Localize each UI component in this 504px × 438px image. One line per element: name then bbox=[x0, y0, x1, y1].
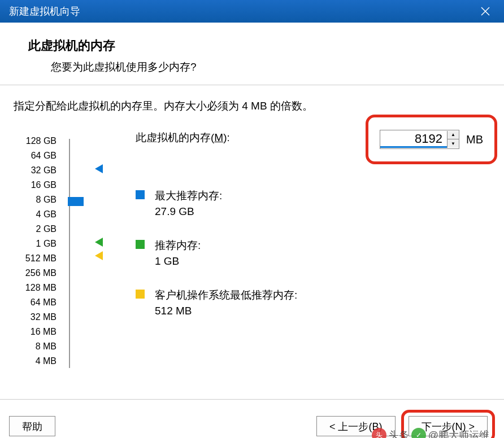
min-recommended-value: 512 MB bbox=[155, 303, 297, 319]
min-recommended-row: 客户机操作系统最低推荐内存: 512 MB bbox=[136, 287, 493, 319]
watermark-icon: 头 bbox=[372, 428, 386, 438]
max-recommended-row: 最大推荐内存: 27.9 GB bbox=[136, 188, 493, 220]
recommended-row: 推荐内存: 1 GB bbox=[136, 238, 493, 269]
tick-label: 16 GB bbox=[11, 178, 57, 192]
watermark-text2: @鹏大师运维 bbox=[428, 428, 489, 438]
max-marker-icon bbox=[95, 164, 103, 173]
memory-slider[interactable] bbox=[59, 130, 110, 369]
tick-label: 2 GB bbox=[11, 222, 57, 236]
tick-label: 128 MB bbox=[11, 281, 57, 295]
tick-label: 1 GB bbox=[11, 236, 57, 251]
watermark-text1: 头条 bbox=[389, 428, 409, 438]
memory-slider-labels: 128 GB 64 GB 32 GB 16 GB 8 GB 4 GB 2 GB … bbox=[11, 130, 57, 369]
help-button[interactable]: 帮助 bbox=[9, 416, 55, 436]
tick-label: 16 MB bbox=[11, 325, 57, 339]
tick-label: 256 MB bbox=[11, 266, 57, 281]
instruction-text: 指定分配给此虚拟机的内存里。内存大小必须为 4 MB 的倍数。 bbox=[11, 99, 493, 113]
green-square-icon bbox=[136, 240, 145, 249]
wizard-footer: 帮助 < 上一步(B) 下一步(N) > 头 头条 ✓ @鹏大师运维 bbox=[0, 399, 504, 438]
memory-info: 此虚拟机的内存(M): ▲ ▼ MB 最大推荐内存: bbox=[110, 130, 493, 369]
yellow-square-icon bbox=[136, 290, 145, 299]
recommended-marker-icon bbox=[95, 238, 103, 247]
tick-label: 8 MB bbox=[11, 339, 57, 354]
tick-label: 32 MB bbox=[11, 310, 57, 325]
recommended-value: 1 GB bbox=[155, 253, 201, 269]
page-title: 此虚拟机的内存 bbox=[28, 37, 476, 54]
slider-handle[interactable] bbox=[68, 197, 84, 206]
min-recommended-label: 客户机操作系统最低推荐内存: bbox=[155, 287, 297, 303]
window-title: 新建虚拟机向导 bbox=[9, 5, 80, 18]
memory-increase-button[interactable]: ▲ bbox=[447, 131, 459, 139]
wechat-icon: ✓ bbox=[411, 428, 426, 438]
memory-input-highlight: ▲ ▼ MB bbox=[366, 115, 497, 164]
slider-track-line bbox=[69, 139, 70, 368]
tick-label: 8 GB bbox=[11, 192, 57, 207]
blue-square-icon bbox=[136, 190, 145, 199]
tick-label: 64 MB bbox=[11, 295, 57, 310]
titlebar: 新建虚拟机向导 bbox=[0, 0, 504, 23]
tick-label: 128 GB bbox=[11, 134, 57, 148]
tick-label: 32 GB bbox=[11, 163, 57, 178]
close-icon bbox=[480, 6, 490, 16]
close-button[interactable] bbox=[471, 0, 499, 23]
memory-decrease-button[interactable]: ▼ bbox=[447, 139, 459, 148]
tick-label: 512 MB bbox=[11, 251, 57, 266]
recommended-label: 推荐内存: bbox=[155, 238, 201, 253]
min-marker-icon bbox=[95, 251, 103, 260]
max-recommended-label: 最大推荐内存: bbox=[155, 188, 222, 204]
memory-field-label: 此虚拟机的内存(M): bbox=[136, 130, 230, 145]
tick-label: 4 GB bbox=[11, 207, 57, 222]
page-subtitle: 您要为此虚拟机使用多少内存? bbox=[28, 60, 476, 75]
wizard-header: 此虚拟机的内存 您要为此虚拟机使用多少内存? bbox=[0, 23, 504, 85]
memory-spinner[interactable]: ▲ ▼ bbox=[380, 130, 459, 149]
max-recommended-value: 27.9 GB bbox=[155, 204, 222, 220]
memory-unit: MB bbox=[466, 133, 483, 146]
tick-label: 4 MB bbox=[11, 354, 57, 369]
watermark: 头 头条 ✓ @鹏大师运维 bbox=[372, 428, 489, 438]
content-area: 指定分配给此虚拟机的内存里。内存大小必须为 4 MB 的倍数。 128 GB 6… bbox=[0, 85, 504, 399]
memory-input[interactable] bbox=[380, 131, 447, 148]
tick-label: 64 GB bbox=[11, 148, 57, 163]
